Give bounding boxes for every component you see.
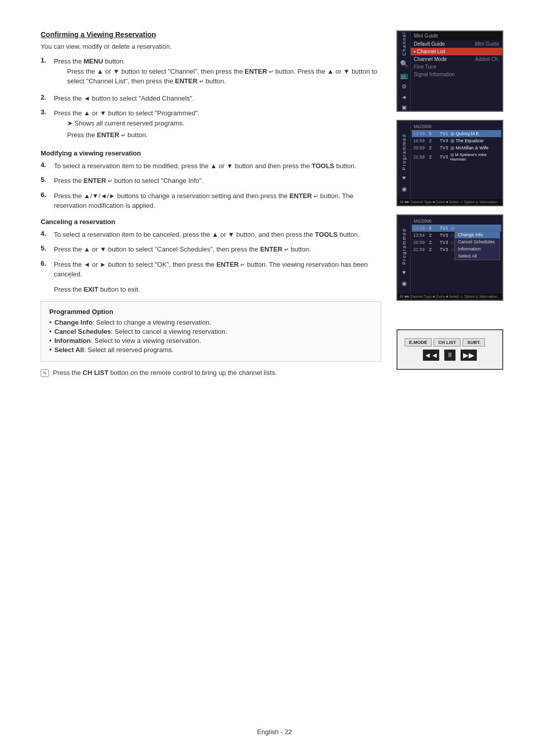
- step-3-sub1: ➤ Shows all current reserved programs.: [67, 118, 199, 129]
- chlist-button[interactable]: CH LIST: [434, 338, 461, 346]
- cancel-step-4-text: To select a reservation item to be cance…: [54, 230, 359, 240]
- bookmark-icon: ♥: [402, 174, 406, 181]
- screen2-date: M1/2006: [412, 123, 501, 130]
- cancel-step-6-num: 6.: [41, 260, 51, 267]
- step-3-sub2: Press the ENTER ↵ button.: [67, 130, 199, 140]
- remote-display: E.MODE CH LIST SUBT. ◄◄ II ▶▶: [396, 329, 503, 370]
- screen2-row-3: 20:59 2 TV3 ◎ McMillan & Wife: [412, 144, 501, 151]
- heart-icon: ♥: [402, 269, 406, 276]
- step-3-num: 3.: [41, 108, 51, 116]
- step-2: 2. Press the ◄ button to select "Added C…: [41, 93, 381, 104]
- cancel-step-5-text: Press the ▲ or ▼ button to select "Cance…: [54, 244, 311, 255]
- modifying-title: Modifying a viewing reservation: [41, 149, 381, 157]
- context-information[interactable]: Information: [455, 245, 500, 253]
- list-item: Cancel Schedules: Select to cancel a vie…: [49, 328, 373, 335]
- subt-button[interactable]: SUBT.: [463, 338, 485, 346]
- screen2-sidebar-label: Programmed: [402, 134, 407, 170]
- mod-step-5: 5. Press the ENTER ↵ button to select "C…: [41, 176, 381, 186]
- screen-1: Channel 🔍 📺 ⚙ ◄ ▣ Mini Guide Default Gui…: [396, 30, 503, 112]
- mod-step-5-num: 5.: [41, 176, 51, 183]
- clock2-icon: ◉: [402, 280, 407, 287]
- info-box: Programmed Option Change Info: Select to…: [41, 301, 381, 362]
- exit-text: Press the EXIT button to exit.: [54, 285, 381, 295]
- screen1-menu: Mini Guide Default GuideMini Guide • Cha…: [411, 32, 502, 78]
- mod-step-6: 6. Press the ▲/▼/◄/► buttons to change a…: [41, 191, 381, 211]
- section-title: Confirming a Viewing Reservation: [41, 30, 381, 39]
- display-icon: ▣: [402, 104, 407, 111]
- step-1: 1. Press the MENU button. Press the ▲ or…: [41, 56, 381, 88]
- mod-step-5-text: Press the ENTER ↵ button to select "Chan…: [54, 176, 203, 186]
- cancel-step-4: 4. To select a reservation item to be ca…: [41, 230, 381, 240]
- context-menu: Change Info Cancel Schedules Information…: [454, 231, 500, 260]
- clock-icon: ◉: [402, 185, 407, 193]
- screen2-row-4: 21:59 2 TV3 ◎ M.Spillane's mike Hammer: [412, 151, 501, 163]
- step-2-text: Press the ◄ button to select "Added Chan…: [54, 93, 194, 104]
- screen2-row-1: 13:59 5 TV1 ◎ Quincy,M.E.: [412, 130, 501, 137]
- cancel-step-4-num: 4.: [41, 230, 51, 237]
- rewind-button[interactable]: ◄◄: [423, 350, 439, 361]
- mod-step-6-text: Press the ▲/▼/◄/► buttons to change a re…: [54, 191, 381, 211]
- screen3-date: M1/2006: [412, 217, 501, 225]
- screenshots-column: Channel 🔍 📺 ⚙ ◄ ▣ Mini Guide Default Gui…: [396, 30, 508, 384]
- screen2-content: M1/2006 13:59 5 TV1 ◎ Quincy,M.E. 16:59 …: [411, 121, 502, 165]
- search-icon: 🔍: [400, 60, 408, 68]
- context-change-info[interactable]: Change Info: [455, 231, 500, 238]
- screen3-sidebar-label: Programmed: [402, 228, 407, 265]
- cancel-step-5-num: 5.: [41, 244, 51, 252]
- remote-top-row: E.MODE CH LIST SUBT.: [405, 338, 496, 346]
- screen1-header: Mini Guide: [411, 32, 502, 40]
- cancel-step-5: 5. Press the ▲ or ▼ button to select "Ca…: [41, 244, 381, 255]
- list-item: Information: Select to view a viewing re…: [49, 337, 373, 344]
- menu-row-signal-info: Signal Information: [411, 71, 502, 78]
- step-2-num: 2.: [41, 93, 51, 101]
- menu-row-channel-list: • Channel List: [411, 48, 502, 55]
- step-1-text: Press the MENU button.: [54, 56, 381, 67]
- list-item: Select All: Select all reserved programs…: [49, 346, 373, 354]
- canceling-title: Canceling a reservation: [41, 218, 381, 226]
- page-footer: English - 22: [0, 728, 549, 736]
- mod-step-4-text: To select a reservation item to be modif…: [54, 161, 356, 171]
- menu-row-fine-tune: Fine Tune: [411, 63, 502, 71]
- tv-icon: 📺: [400, 72, 408, 79]
- list-item: Change Info: Select to change a viewing …: [49, 319, 373, 326]
- programmed-title: Programmed Option: [49, 308, 373, 316]
- note-icon: ✎: [41, 369, 49, 377]
- step-3: 3. Press the ▲ or ▼ button to select "Pr…: [41, 108, 381, 142]
- forward-button[interactable]: ▶▶: [461, 350, 477, 361]
- cancel-step-6-text: Press the ◄ or ► button to select "OK", …: [54, 260, 381, 279]
- note-text: Press the CH LIST button on the remote c…: [53, 369, 277, 376]
- screen1-sidebar-label: Channel: [402, 32, 407, 56]
- mod-step-6-num: 6.: [41, 191, 51, 199]
- intro-text: You can view, modify or delete a reserva…: [41, 43, 381, 50]
- page-content: Confirming a Viewing Reservation You can…: [0, 0, 549, 425]
- screen2-footer: All ■■ Channel Type ■ Zoom ■ Select ✓ Op…: [398, 199, 502, 205]
- screen3-footer: All ■■ Channel Type ■ Zoom ■ Select ✓ Op…: [398, 294, 502, 300]
- context-cancel-schedules[interactable]: Cancel Schedules: [455, 238, 500, 245]
- screen-2: Programmed ♥ ◉ M1/2006 13:59 5 TV1 ◎ Qui…: [396, 120, 503, 206]
- settings-icon: ⚙: [402, 83, 407, 90]
- mod-step-4: 4. To select a reservation item to be mo…: [41, 161, 381, 171]
- remote-bottom-row: ◄◄ II ▶▶: [423, 350, 477, 361]
- pause-button[interactable]: II: [444, 350, 455, 361]
- note-row: ✎ Press the CH LIST button on the remote…: [41, 369, 381, 377]
- cancel-step-6: 6. Press the ◄ or ► button to select "OK…: [41, 260, 381, 279]
- screen3-content: M1/2006 13:59 5 TV1 ◎ 13:54 2 TV3 ◎ 2: [411, 215, 502, 255]
- emode-button[interactable]: E.MODE: [405, 338, 432, 346]
- context-select-all[interactable]: Select All: [455, 253, 500, 260]
- programmed-list: Change Info: Select to change a viewing …: [49, 319, 373, 354]
- footer-text: English - 22: [257, 728, 292, 736]
- main-content: Confirming a Viewing Reservation You can…: [41, 30, 381, 384]
- step-1-sub: Press the ▲ or ▼ button to select "Chann…: [67, 67, 381, 86]
- arrow-icon: ◄: [401, 94, 407, 100]
- step-1-num: 1.: [41, 56, 51, 64]
- mod-step-4-num: 4.: [41, 161, 51, 169]
- menu-row-channel-mode: Channel ModeAdded Ch.: [411, 55, 502, 63]
- screen-3: Programmed ♥ ◉ M1/2006 13:59 5 TV1 ◎ 13:…: [396, 214, 503, 301]
- step-3-text: Press the ▲ or ▼ button to select "Progr…: [54, 108, 199, 118]
- menu-row-default-guide: Default GuideMini Guide: [411, 40, 502, 48]
- screen2-row-2: 16:59 2 TV3 ◎ The Equalizer: [412, 137, 501, 144]
